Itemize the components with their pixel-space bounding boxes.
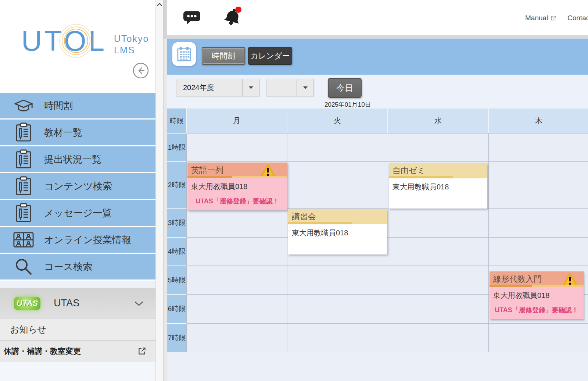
video-grid-icon xyxy=(12,232,35,248)
calendar-icon xyxy=(176,46,192,62)
sidebar-item-content-search[interactable]: コンテンツ検索 xyxy=(0,173,155,199)
chevron-down-icon xyxy=(134,301,144,308)
course-instructor: 東大用教職員018 xyxy=(187,178,287,192)
cancellations-label: 休講・補講・教室変更 xyxy=(4,346,81,356)
current-date: 2025年01月10日 xyxy=(325,100,369,109)
timetable-row-7: 7時限 xyxy=(167,323,588,352)
sidebar-item-label: オンライン授業情報 xyxy=(44,234,131,246)
collapse-arrow-icon xyxy=(133,63,149,79)
main-content: Manual Contact 時間割 カレンダー xyxy=(167,0,588,381)
period-label: 5時限 xyxy=(167,266,187,294)
logo-text-ut: UT xyxy=(21,25,64,57)
utas-logo: UTAS xyxy=(14,297,40,310)
tab-calendar[interactable]: カレンダー xyxy=(248,47,292,65)
dropdown-arrow-icon xyxy=(242,79,259,96)
period-label: 3時限 xyxy=(167,208,187,237)
clipboard-icon xyxy=(12,203,35,223)
sidebar: UTOL UTokyo LMS 時間割 xyxy=(0,0,155,381)
sidebar-scrollbar[interactable] xyxy=(155,0,164,381)
year-select[interactable]: 2024年度 xyxy=(176,79,259,96)
term-select[interactable] xyxy=(266,79,314,96)
clipboard-icon xyxy=(12,176,35,196)
course-card-jiyu-zemi[interactable]: 自由ゼミ 東大用教職員018 xyxy=(389,163,487,209)
year-select-value: 2024年度 xyxy=(176,83,242,93)
day-header-wed: 水 xyxy=(388,108,489,133)
scroll-up-button[interactable] xyxy=(156,0,163,9)
notifications-button[interactable] xyxy=(222,6,243,27)
sidebar-item-label: メッセージ一覧 xyxy=(44,207,112,220)
course-title: 英語一列 xyxy=(191,165,223,175)
sidebar-item-submissions[interactable]: 提出状況一覧 xyxy=(0,146,155,172)
sidebar-item-course-search[interactable]: コース検索 xyxy=(0,254,155,279)
course-instructor: 東大用教職員018 xyxy=(288,224,387,238)
logo-o-rings: O xyxy=(64,26,89,55)
bell-icon xyxy=(222,6,243,26)
graduation-cap-icon xyxy=(12,97,35,114)
course-title: 講習会 xyxy=(292,212,316,221)
below-grid-space xyxy=(167,352,588,381)
period-label: 4時限 xyxy=(167,237,187,266)
sidebar-item-label: 提出状況一覧 xyxy=(44,153,101,166)
course-instructor: 東大用教職員018 xyxy=(389,178,487,192)
period-label: 1時限 xyxy=(167,133,187,161)
period-header-cell: 時限 xyxy=(167,108,187,133)
sidebar-item-messages[interactable]: メッセージ一覧 xyxy=(0,200,155,226)
period-label: 7時限 xyxy=(167,323,187,352)
topbar-divider xyxy=(167,35,588,39)
course-title: 線形代数入門 xyxy=(493,274,542,284)
notices-label: お知らせ xyxy=(10,324,46,335)
period-label: 2時限 xyxy=(167,161,187,208)
timetable-header-row: 時限 月 火 水 木 金 xyxy=(167,108,588,133)
sidebar-item-timetable[interactable]: 時間割 xyxy=(0,93,155,118)
warning-icon xyxy=(259,163,276,176)
clipboard-icon xyxy=(12,149,35,169)
logo-subtitle: UTokyo LMS xyxy=(114,33,149,56)
utas-warning-text: UTAS「履修登録」要確認！ xyxy=(187,197,287,206)
external-link-icon xyxy=(137,346,147,357)
calendar-view-button[interactable] xyxy=(172,42,196,66)
course-card-eigo-ichiretsu[interactable]: 英語一列 東大用教職員018 UTAS「履修登録」要確認！ xyxy=(187,163,287,210)
sidebar-item-materials[interactable]: 教材一覧 xyxy=(0,120,155,145)
tab-timetable[interactable]: 時間割 xyxy=(202,47,245,65)
day-header-mon: 月 xyxy=(187,108,287,133)
sidebar-item-online-class[interactable]: オンライン授業情報 xyxy=(0,227,155,253)
sidebar-link-cancellations[interactable]: 休講・補講・教室変更 xyxy=(0,340,155,362)
utas-warning-text: UTAS「履修登録」要確認！ xyxy=(490,306,584,314)
chat-button[interactable] xyxy=(183,10,201,26)
chat-icon xyxy=(183,10,201,25)
utol-logo: UTOL UTokyo LMS xyxy=(21,26,149,56)
filterbar: 2024年度 今日 2025年01月10日 xyxy=(167,75,588,108)
today-button[interactable]: 今日 xyxy=(328,78,362,98)
content-gutter xyxy=(164,0,167,381)
search-icon xyxy=(12,257,35,276)
manual-link[interactable]: Manual xyxy=(525,14,556,22)
sidebar-footer-space xyxy=(0,362,155,381)
course-card-senkei-daisu[interactable]: 線形代数入門 東大用教職員018 UTAS「履修登録」要確認！ xyxy=(490,271,584,319)
course-instructor: 東大用教職員018 xyxy=(490,287,584,300)
day-header-thu: 木 xyxy=(489,108,588,133)
day-header-tue: 火 xyxy=(287,108,388,133)
contact-link[interactable]: Contact xyxy=(567,14,588,22)
sidebar-item-label: コンテンツ検索 xyxy=(44,180,112,193)
view-tabbar: 時間割 カレンダー xyxy=(167,39,588,75)
sidebar-item-label: コース検索 xyxy=(44,260,92,273)
warning-icon xyxy=(562,272,578,285)
sidebar-gap xyxy=(0,281,155,288)
sidebar-link-notices[interactable]: お知らせ xyxy=(0,318,155,340)
content-gutter-top xyxy=(164,0,167,39)
sidebar-item-label: 時間割 xyxy=(44,99,73,112)
utas-label: UTAS xyxy=(54,298,79,309)
external-link-icon xyxy=(550,15,556,21)
sidebar-utas-section[interactable]: UTAS UTAS xyxy=(0,288,155,318)
sidebar-collapse-button[interactable] xyxy=(133,63,149,79)
chevron-up-icon xyxy=(157,3,162,7)
course-card-koshukai[interactable]: 講習会 東大用教職員018 xyxy=(288,209,387,254)
dropdown-arrow-icon xyxy=(297,79,313,96)
clipboard-icon xyxy=(12,122,35,142)
timetable-grid: 時限 月 火 水 木 金 1時限 2時限 3時限 4時限 5時限 6時限 xyxy=(167,108,588,352)
course-title: 自由ゼミ xyxy=(392,166,425,175)
sidebar-item-label: 教材一覧 xyxy=(44,126,82,139)
timetable-row-1: 1時限 xyxy=(167,133,588,161)
topbar: Manual Contact xyxy=(167,0,588,35)
logo-text-l: L xyxy=(89,25,107,57)
